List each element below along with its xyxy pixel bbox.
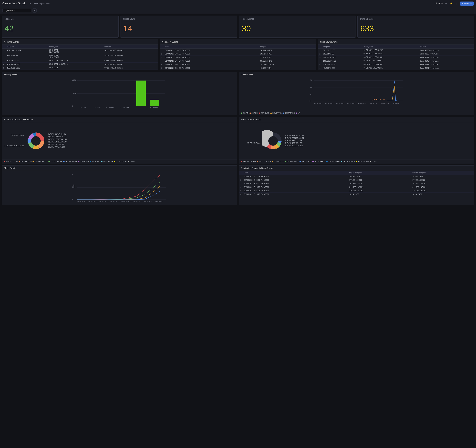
table-row: 5 129.174.188.30 08-31-2021 12:02:08:907… bbox=[318, 63, 474, 66]
pending-tasks-value: 633 bbox=[360, 22, 471, 35]
silent-client-panel: Silent Client Removed 10 (52.6%) Others bbox=[239, 117, 474, 164]
nodes-down-title: Nodes Down bbox=[123, 18, 234, 20]
node-down-events-table-scroll[interactable]: endpoint event_time Remark 1 50.129.152.… bbox=[318, 45, 474, 70]
node-up-events-panel: Node Up Events endpoint event_time Remar… bbox=[2, 39, 158, 70]
filter-icon[interactable]: ⚡ bbox=[449, 2, 453, 5]
add-filter-button[interactable]: + bbox=[33, 8, 37, 12]
svg-text:count: count bbox=[73, 184, 75, 188]
event-time: 08-31-2021 11:39:22:136 bbox=[48, 59, 103, 63]
node-down-events-panel: Node Down Events endpoint event_time Rem… bbox=[318, 39, 474, 70]
node-activity-legend: DOWN JOINED REMOVED REMOVING RESTARTED bbox=[239, 111, 474, 115]
legend-item: 77.48.28.248 bbox=[101, 161, 113, 163]
svg-text:Sep 03 2021: Sep 03 2021 bbox=[392, 103, 400, 104]
bar-sep03 bbox=[150, 100, 159, 106]
legend-item: 114.204.101.148 bbox=[241, 161, 256, 163]
row-num: 6 bbox=[318, 66, 322, 70]
row-num: 3 bbox=[160, 56, 164, 59]
svg-text:Aug 26 2021: Aug 26 2021 bbox=[120, 107, 129, 108]
endpoint: 50.129.152.59 bbox=[322, 49, 362, 52]
silent-pie-container bbox=[262, 130, 284, 152]
source-endpoint: 136.243.126.252 bbox=[411, 189, 474, 193]
label-others: 5 (31.3%) Others bbox=[4, 134, 24, 136]
svg-text:0: 0 bbox=[72, 105, 73, 107]
col-remark: Remark bbox=[418, 45, 474, 49]
legend-item: 74.76.2.42 bbox=[90, 161, 100, 163]
row-num: 3 bbox=[2, 59, 6, 63]
silent-pie-labels-left: 10 (52.6%) Others bbox=[241, 137, 261, 145]
event-time: 08-31-2021 03:20:56:011 bbox=[362, 59, 418, 63]
more-icon[interactable]: ⋮ bbox=[455, 2, 459, 5]
legend-item: 80.13.101.196 bbox=[356, 161, 369, 163]
time-range[interactable]: ⏱ -30D bbox=[436, 2, 443, 5]
event-time: 08-31-2021 11:55:28:731 bbox=[362, 52, 418, 56]
legend-item: 177.155.84.155 bbox=[48, 161, 62, 163]
svg-text:Aug 18 2021: Aug 18 2021 bbox=[106, 107, 114, 108]
endpoint: 41.250.79.208 bbox=[322, 66, 362, 70]
remark: Since 4328.40 minutes bbox=[418, 52, 474, 56]
event-time: 08-31-2021 12:02:08:890 bbox=[48, 54, 103, 59]
bar-chart-area: 400k 200k 0 Aug 02 2021 Aug 10 2021 Aug … bbox=[2, 77, 237, 111]
table-row: 4 31/08/2021 5:25:28 PM +0530 211.186.18… bbox=[239, 185, 474, 189]
row-num: 5 bbox=[160, 63, 164, 66]
legend-dot bbox=[101, 161, 102, 162]
refresh-icon[interactable]: ↻ bbox=[444, 2, 448, 5]
nodes-down-value: 14 bbox=[123, 22, 234, 35]
svg-text:Aug 30 2021: Aug 30 2021 bbox=[144, 201, 152, 202]
table-row: 2 185.8.165.33 08-31-2021 12:02:08:890 S… bbox=[2, 54, 158, 59]
handshake-legend: 103.102.131.66103.253.73.82109.187.183.1… bbox=[2, 160, 237, 164]
nodes-joined-value: 30 bbox=[242, 22, 353, 35]
up-dot bbox=[296, 112, 297, 114]
svg-text:Aug 26 2021: Aug 26 2021 bbox=[133, 201, 140, 202]
pending-tasks-svg: 400k 200k 0 Aug 02 2021 Aug 10 2021 Aug … bbox=[4, 79, 235, 108]
legend-label: 177.155.84.155 bbox=[51, 161, 62, 163]
legend-item: 103.253.73.82 bbox=[19, 161, 32, 163]
event-time: 08-31-2021 12:00:31:012 bbox=[48, 63, 103, 66]
endpoint: 191.17.240.97 bbox=[259, 52, 316, 56]
cluster-filter-input[interactable] bbox=[2, 9, 31, 12]
node-join-events-table-scroll[interactable]: Time endpoint 1 31/08/2021 5:28:51 PM +0… bbox=[160, 45, 316, 70]
stat-card-pending-tasks: Pending Tasks 633 bbox=[357, 16, 474, 38]
svg-text:0: 0 bbox=[72, 199, 73, 200]
legend-item: 196.168.1.33 bbox=[300, 161, 311, 163]
legend-dot bbox=[285, 161, 286, 162]
time: 31/08/2021 5:04:21 PM +0530 bbox=[164, 56, 259, 59]
node-up-events-table-scroll[interactable]: endpoint event_time Remark 1 191.253.113… bbox=[2, 45, 158, 70]
share-icon[interactable]: ⎘ bbox=[29, 2, 32, 5]
svg-text:Aug 22 2021: Aug 22 2021 bbox=[121, 201, 129, 202]
legend-dot bbox=[90, 161, 91, 162]
handshake-failures-inner: 5 (31.3%) Others 3 (18.8%) 103.102.131.6… bbox=[2, 122, 237, 160]
col-num bbox=[318, 45, 322, 49]
replication-endpoints-scroll[interactable]: Time target_endpoint source_endpoint 1 3… bbox=[239, 171, 474, 196]
legend-label: 194.190.161.63 bbox=[287, 161, 299, 163]
legend-item: Others bbox=[128, 161, 135, 163]
endpoint: 181.93.184.166 bbox=[6, 63, 48, 66]
svg-text:Aug 18 2021: Aug 18 2021 bbox=[347, 103, 355, 104]
row-num: 1 bbox=[160, 49, 164, 52]
header-icons: ⎘ All changes saved bbox=[29, 2, 50, 5]
node-join-events-table: Time endpoint 1 31/08/2021 5:28:51 PM +0… bbox=[160, 45, 316, 70]
silent-label-others: 10 (52.6%) Others bbox=[241, 142, 261, 144]
target-endpoint: 191.177.184.79 bbox=[348, 182, 411, 185]
main-header: Cassandra - Gossip ⎘ All changes saved ⏱… bbox=[0, 0, 476, 7]
node-up-events-table: endpoint event_time Remark 1 191.253.113… bbox=[2, 45, 158, 70]
legend-dot bbox=[356, 161, 357, 162]
silent-legend: 114.204.101.148177.204.25.179189.27.31.4… bbox=[239, 160, 474, 164]
page-title: Cassandra - Gossip bbox=[2, 2, 26, 5]
legend-label: 90.143.151.60 bbox=[116, 161, 127, 163]
table-row: 6 31/08/2021 5:25:28 PM +0530 189.4.75.5… bbox=[239, 193, 474, 196]
row-num: 2 bbox=[160, 52, 164, 56]
source-endpoint: 189.18.194.9 bbox=[411, 175, 474, 178]
remark: Since 4321.74 minutes bbox=[418, 66, 474, 70]
svg-text:50: 50 bbox=[310, 93, 312, 95]
row-num: 1 bbox=[239, 175, 243, 178]
legend-dot bbox=[300, 161, 301, 162]
nodes-up-title: Nodes Up bbox=[5, 18, 116, 20]
svg-text:150: 150 bbox=[310, 79, 312, 81]
svg-text:Aug 14 2021: Aug 14 2021 bbox=[336, 103, 344, 104]
legend-dot bbox=[33, 161, 34, 162]
svg-text:200k: 200k bbox=[72, 93, 76, 94]
table-row: 5 31/08/2021 5:01:04 PM +0530 191.178.24… bbox=[160, 63, 316, 66]
row-num: 5 bbox=[239, 189, 243, 193]
add-panel-button[interactable]: Add Panel bbox=[460, 1, 474, 6]
legend-label: 196.168.1.33 bbox=[301, 161, 311, 163]
